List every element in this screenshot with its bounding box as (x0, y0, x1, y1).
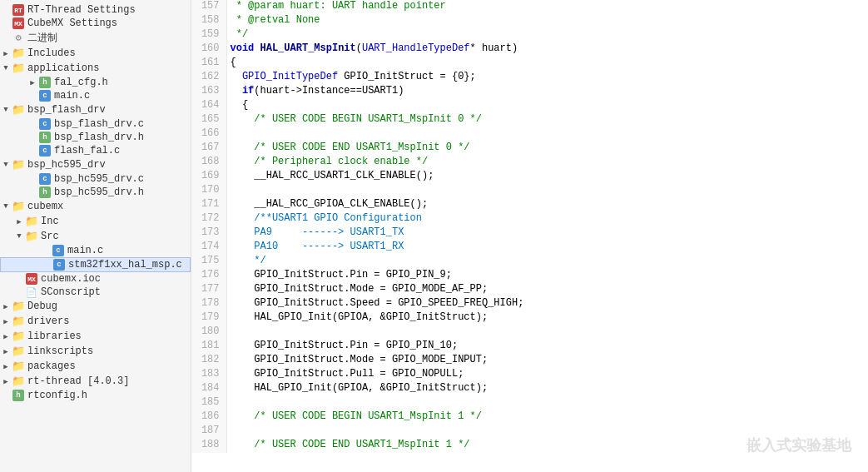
tree-label: Src (41, 231, 59, 242)
line-content: { (226, 99, 868, 113)
line-number: 182 (191, 354, 226, 368)
file-tree[interactable]: RTRT-Thread SettingsMXCubeMX Settings⚙二进… (0, 0, 191, 472)
folder-icon: 📁 (12, 300, 25, 313)
sidebar-item-flash_fal.c[interactable]: cflash_fal.c (0, 144, 191, 157)
gear-icon: ⚙ (12, 32, 25, 44)
code-line: 157 * @param huart: UART handle pointer (191, 0, 868, 14)
tree-label: libraries (27, 330, 82, 342)
code-table: 157 * @param huart: UART handle pointer1… (191, 0, 868, 453)
sidebar-item-rt-thread-settings[interactable]: RTRT-Thread Settings (0, 3, 191, 17)
line-number: 185 (191, 396, 226, 410)
sidebar-item-cubemx.ioc[interactable]: MXcubemx.ioc (0, 272, 191, 286)
sidebar-item-cubemx[interactable]: ▼📁cubemx (0, 199, 191, 214)
sidebar-item-bsp_hc595_drv.c[interactable]: cbsp_hc595_drv.c (0, 172, 191, 186)
sidebar-item-bsp_flash_drv.h[interactable]: hbsp_flash_drv.h (0, 131, 191, 144)
code-line: 173 PA9 ------> USART1_TX (191, 226, 868, 241)
sidebar-item-rtconfig.h[interactable]: hrtconfig.h (0, 389, 191, 402)
sidebar-item-linkscripts[interactable]: ▶📁linkscripts (0, 344, 191, 359)
code-line: 171 __HAL_RCC_GPIOA_CLK_ENABLE(); (191, 198, 868, 212)
tree-label: flash_fal.c (54, 145, 120, 157)
sidebar-item-applications[interactable]: ▼📁applications (0, 61, 191, 76)
tree-arrow: ▶ (27, 78, 38, 87)
line-number: 178 (191, 297, 226, 311)
sidebar-item-bsp_flash_drv[interactable]: ▼📁bsp_flash_drv (0, 102, 191, 117)
line-content: * @param huart: UART handle pointer (226, 0, 868, 14)
code-line: 188 /* USER CODE END USART1_MspInit 1 */ (191, 439, 868, 453)
line-number: 172 (191, 212, 226, 226)
line-content: if(huart->Instance==USART1) (226, 85, 868, 99)
script-icon: 📄 (25, 287, 38, 298)
sidebar-item-rt-thread[interactable]: ▶📁rt-thread [4.0.3] (0, 374, 191, 389)
tree-label: CubeMX Settings (27, 17, 117, 29)
c-icon: c (38, 173, 52, 185)
sidebar-item-stm32f1xx_hal_msp.c[interactable]: cstm32f1xx_hal_msp.c (0, 257, 191, 272)
tree-arrow: ▶ (0, 49, 12, 58)
line-number: 177 (191, 283, 226, 297)
line-number: 176 (191, 269, 226, 283)
sidebar-item-libraries[interactable]: ▶📁libraries (0, 329, 191, 344)
line-number: 162 (191, 71, 226, 85)
c-icon: c (38, 145, 52, 157)
code-line: 187 (191, 425, 868, 439)
sidebar-item-src[interactable]: ▼📁Src (0, 229, 191, 244)
code-line: 163 if(huart->Instance==USART1) (191, 85, 868, 99)
code-line: 180 (191, 325, 868, 340)
sidebar-item-bsp_hc595_drv[interactable]: ▼📁bsp_hc595_drv (0, 157, 191, 172)
line-content: /**USART1 GPIO Configuration (226, 212, 868, 226)
sidebar-item-binary[interactable]: ⚙二进制 (0, 30, 191, 46)
tree-label: packages (27, 360, 76, 372)
tree-label: SConscript (41, 286, 101, 298)
line-content (226, 184, 868, 198)
line-content: GPIO_InitStruct.Speed = GPIO_SPEED_FREQ_… (226, 297, 868, 311)
mx-icon: MX (12, 17, 25, 29)
sidebar-item-bsp_hc595_drv.h[interactable]: hbsp_hc595_drv.h (0, 186, 191, 199)
folder-icon: 📁 (12, 200, 25, 213)
c-icon: c (38, 90, 52, 102)
code-line: 159 */ (191, 28, 868, 42)
sidebar-item-drivers[interactable]: ▶📁drivers (0, 314, 191, 329)
folder-icon: 📁 (12, 158, 25, 171)
sidebar-item-packages[interactable]: ▶📁packages (0, 359, 191, 374)
sidebar-item-main.c[interactable]: cmain.c (0, 89, 191, 102)
tree-arrow: ▼ (0, 106, 12, 114)
sidebar-item-includes[interactable]: ▶📁Includes (0, 46, 191, 61)
tree-label: bsp_flash_drv.h (54, 132, 144, 143)
sidebar-item-cubemx-settings[interactable]: MXCubeMX Settings (0, 17, 191, 30)
code-line: 172 /**USART1 GPIO Configuration (191, 212, 868, 226)
line-content: /* USER CODE END USART1_MspInit 0 */ (226, 142, 868, 156)
line-number: 159 (191, 28, 226, 42)
code-line: 185 (191, 396, 868, 410)
tree-label: main.c (54, 90, 90, 102)
code-editor: 157 * @param huart: UART handle pointer1… (191, 0, 868, 472)
sidebar-item-inc[interactable]: ▶📁Inc (0, 214, 191, 229)
code-line: 184 HAL_GPIO_Init(GPIOA, &GPIO_InitStruc… (191, 382, 868, 396)
line-number: 168 (191, 156, 226, 170)
sidebar-item-bsp_flash_drv.c[interactable]: cbsp_flash_drv.c (0, 117, 191, 131)
line-number: 173 (191, 226, 226, 241)
tree-arrow: ▶ (0, 317, 12, 326)
sidebar-item-sconscript[interactable]: 📄SConscript (0, 286, 191, 299)
line-number: 165 (191, 113, 226, 127)
ioc-icon: MX (25, 273, 38, 285)
tree-label: Inc (41, 216, 59, 227)
line-number: 169 (191, 170, 226, 184)
tree-label: 二进制 (27, 31, 57, 45)
line-number: 170 (191, 184, 226, 198)
sidebar-item-debug[interactable]: ▶📁Debug (0, 299, 191, 314)
line-number: 183 (191, 368, 226, 382)
line-content: PA10 ------> USART1_RX (226, 241, 868, 255)
tree-arrow: ▼ (0, 64, 12, 72)
code-line: 179 HAL_GPIO_Init(GPIOA, &GPIO_InitStruc… (191, 311, 868, 325)
line-content: HAL_GPIO_Init(GPIOA, &GPIO_InitStruct); (226, 311, 868, 325)
line-content (226, 325, 868, 340)
code-line: 174 PA10 ------> USART1_RX (191, 241, 868, 255)
line-content: PA9 ------> USART1_TX (226, 226, 868, 241)
line-content: GPIO_InitStruct.Pin = GPIO_PIN_10; (226, 340, 868, 354)
code-line: 176 GPIO_InitStruct.Pin = GPIO_PIN_9; (191, 269, 868, 283)
tree-arrow: ▶ (0, 302, 12, 311)
code-line: 158 * @retval None (191, 14, 868, 28)
folder-icon: 📁 (12, 360, 25, 373)
sidebar-item-main.c2[interactable]: cmain.c (0, 244, 191, 257)
sidebar-item-fal_cfg.h[interactable]: ▶hfal_cfg.h (0, 76, 191, 89)
line-content: { (226, 57, 868, 71)
